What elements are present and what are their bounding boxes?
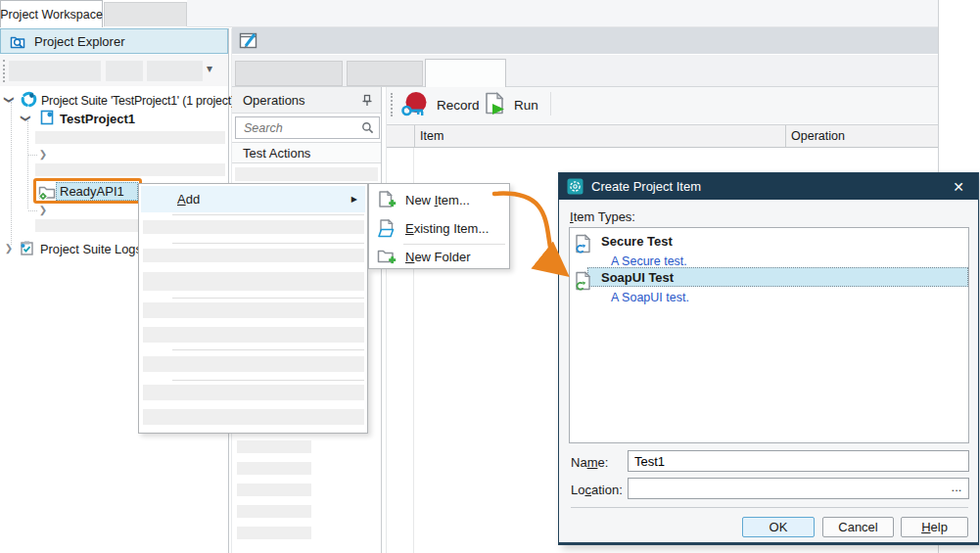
new-folder-icon: [377, 248, 397, 266]
item-types-label: Item Types:: [570, 209, 635, 224]
toolbar-divider: [550, 92, 551, 115]
table-header: [387, 124, 938, 148]
tree-guide: [28, 155, 37, 156]
cancel-label: Cancel: [838, 520, 877, 534]
test-actions-title: Test Actions: [243, 146, 310, 161]
project-explorer-header[interactable]: Project Explorer: [0, 28, 228, 54]
create-project-item-dialog: Create Project Item ✕ Item Types: Secure…: [558, 172, 979, 545]
tree-item-testproject1[interactable]: TestProject1: [60, 112, 135, 126]
ops-list-item-redacted[interactable]: [237, 527, 311, 539]
chevron-collapsed-icon[interactable]: ❯: [38, 206, 48, 215]
run-button[interactable]: Run: [483, 90, 538, 119]
tab-project-workspace[interactable]: Project Workspace: [0, 0, 103, 27]
dialog-separator: [571, 507, 968, 508]
item-title: SoapUI Test: [601, 270, 674, 285]
context-menu: Add ▶: [138, 183, 368, 434]
operations-header: Operations: [232, 87, 381, 114]
column-divider[interactable]: [414, 125, 415, 147]
menu-separator: [172, 214, 364, 215]
column-header-item[interactable]: Item: [420, 129, 443, 143]
menu-item-redacted[interactable]: [143, 356, 364, 372]
record-button[interactable]: Record: [399, 90, 480, 119]
project-explorer-icon: [9, 33, 26, 50]
dialog-titlebar[interactable]: Create Project Item ✕: [559, 173, 978, 200]
search-input[interactable]: [242, 120, 361, 136]
location-field[interactable]: [628, 478, 969, 499]
list-item-secure-test[interactable]: Secure Test: [601, 234, 673, 249]
search-icon[interactable]: [361, 121, 374, 134]
menu-item-redacted[interactable]: [143, 220, 364, 234]
run-icon: [483, 91, 508, 118]
location-label: Location:: [571, 483, 623, 497]
chevron-expanded-icon[interactable]: ❯: [21, 114, 30, 123]
menu-item-redacted[interactable]: [143, 385, 364, 400]
toolbar-button-redacted[interactable]: [106, 61, 143, 81]
close-icon[interactable]: ✕: [953, 179, 964, 195]
tree-item-label: TestProject1: [60, 112, 135, 126]
menu-item-add[interactable]: Add ▶: [141, 186, 365, 212]
ops-list-item-redacted[interactable]: [237, 462, 311, 475]
tree-item-label: Project Suite 'TestProject1' (1 project): [41, 94, 235, 108]
menu-item-redacted[interactable]: [143, 327, 364, 343]
chevron-collapsed-icon[interactable]: ❯: [4, 244, 14, 253]
menu-item-label: New Item...: [405, 193, 470, 207]
chevron-collapsed-icon[interactable]: ❯: [38, 150, 48, 160]
tab-secondary-redacted[interactable]: [104, 2, 187, 26]
item-description: A SoapUI test.: [611, 291, 689, 304]
soapui-test-icon: [574, 271, 592, 293]
list-item-soapui-test[interactable]: SoapUI Test: [587, 267, 968, 287]
menu-item-new-folder[interactable]: New Folder: [371, 245, 507, 268]
ops-list-item-redacted[interactable]: [235, 167, 378, 181]
ops-list-item-redacted[interactable]: [237, 484, 311, 496]
dialog-app-icon: [567, 178, 583, 195]
ok-button[interactable]: OK: [742, 517, 815, 537]
menu-item-redacted[interactable]: [143, 249, 364, 262]
menu-item-label: Add: [177, 192, 200, 207]
ops-list-item-redacted[interactable]: [237, 440, 311, 453]
cancel-button[interactable]: Cancel: [822, 517, 894, 537]
name-field[interactable]: [628, 450, 969, 472]
menu-separator: [172, 243, 364, 244]
column-label: Item: [420, 129, 443, 143]
help-button[interactable]: Help: [901, 517, 968, 537]
test-actions-header[interactable]: Test Actions: [232, 142, 381, 163]
edit-icon: [238, 30, 260, 52]
operations-search-box: [235, 116, 380, 139]
operations-panel-border: [381, 87, 382, 553]
app-window: Project Workspace Project Explorer ▾ ❯: [0, 0, 980, 553]
pin-icon[interactable]: [361, 94, 373, 107]
tree-item-redacted[interactable]: [35, 163, 225, 176]
ok-label: OK: [770, 520, 788, 534]
toolbar-caret-button[interactable]: ▾: [207, 62, 220, 79]
toolbar-grip[interactable]: [3, 60, 5, 82]
toolbar-button-redacted[interactable]: [9, 61, 101, 81]
record-label: Record: [437, 98, 480, 113]
new-item-icon: [377, 190, 397, 210]
menu-item-new-item[interactable]: New Item...: [371, 186, 507, 214]
menu-item-redacted[interactable]: [143, 272, 364, 291]
tree-item-project-suite-logs[interactable]: Project Suite Logs: [40, 242, 142, 256]
chevron-expanded-icon[interactable]: ❯: [4, 95, 14, 105]
tree-guide: [27, 120, 28, 208]
column-header-operation[interactable]: Operation: [791, 129, 845, 143]
menu-item-redacted[interactable]: [143, 302, 364, 318]
menu-item-redacted[interactable]: [143, 409, 364, 425]
column-label: Operation: [791, 129, 845, 143]
main-toolbar-band: [232, 27, 938, 54]
browse-button[interactable]: ...: [947, 480, 966, 497]
tree-item-project-suite[interactable]: Project Suite 'TestProject1' (1 project): [41, 94, 235, 108]
column-divider[interactable]: [785, 125, 786, 147]
project-explorer-title: Project Explorer: [34, 34, 124, 49]
document-tab-redacted[interactable]: [347, 61, 423, 86]
menu-item-existing-item[interactable]: Existing Item...: [371, 214, 507, 243]
ops-list-item-redacted[interactable]: [237, 505, 311, 518]
document-tab-redacted[interactable]: [235, 61, 343, 86]
toolbar-grip[interactable]: [391, 93, 393, 116]
add-submenu: New Item... Existing Item...: [368, 183, 510, 269]
help-label: Help: [921, 520, 948, 534]
run-label: Run: [514, 98, 538, 113]
tree-item-redacted[interactable]: [35, 131, 225, 144]
toolbar-button-redacted[interactable]: [147, 61, 203, 81]
edit-button[interactable]: [238, 30, 260, 52]
document-tab-active[interactable]: [425, 59, 506, 87]
